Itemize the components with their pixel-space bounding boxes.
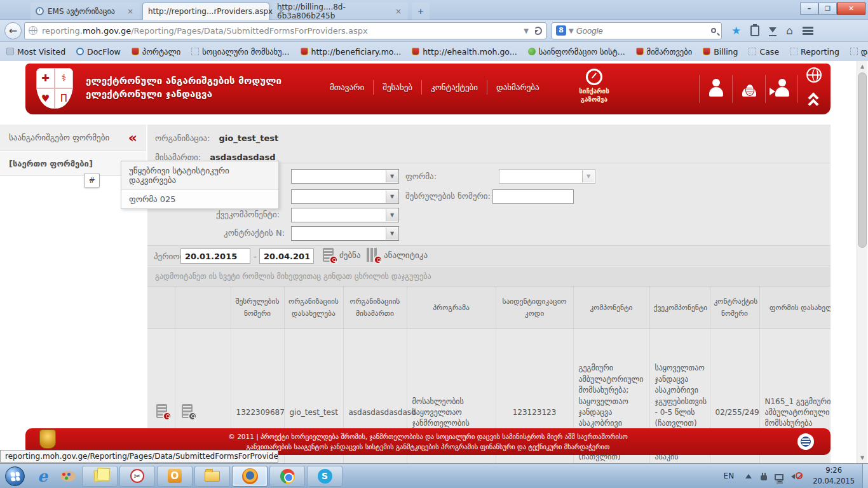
search-icon[interactable] [711,28,716,33]
taskbar-snipping-tool-button[interactable]: ✂ [119,466,155,487]
menu-item-form-025[interactable]: ფორმა 025 [121,190,278,208]
back-button[interactable]: ← [4,22,22,39]
taskbar-outlook-button[interactable]: O [157,466,193,487]
crest-icon [412,48,419,55]
taskbar-firefox-button[interactable] [232,466,268,487]
dotted-square-icon [749,48,756,55]
taskbar-sticky-notes-button[interactable] [82,466,118,487]
magnifier-badge-icon [163,412,172,421]
url-dropdown-icon[interactable]: ▼ [524,27,529,34]
component-select[interactable]: ▼ [291,189,399,204]
collapse-sidebar-icon[interactable]: « [128,132,137,144]
bookmarks-panel-icon[interactable] [750,25,759,36]
col-id-code[interactable]: საიდენტიფიკაციო კოდი [496,287,573,329]
speed-test-button[interactable]: სიჩქარის გაზომვა [569,69,620,104]
minimize-button[interactable] [800,3,818,15]
language-globe-icon[interactable] [806,67,822,83]
scroll-up-icon[interactable]: ▲ [857,61,867,72]
bookmark-portal[interactable]: პორტალი [132,47,180,57]
contract-select[interactable]: ▼ [291,226,399,241]
tab-billing[interactable]: http://billing....8d-6b3a806b245b × [272,3,408,20]
show-desktop-button[interactable] [862,464,868,488]
col-org-address[interactable]: ორგანიზაციის მისამართი [343,287,407,329]
subcomponent-select[interactable]: ▼ [291,208,399,222]
browser-titlebar: EMS ავტორიზაცია × http://reporting...rPr… [0,0,868,20]
form-select[interactable]: ▼ [499,169,595,184]
date-dash: - [254,252,257,261]
bookmark-case[interactable]: Case [749,47,779,57]
col-org-name[interactable]: ორგანიზაციის დასახელება [284,287,343,329]
analytics-button[interactable]: ანალიტიკა [367,248,428,262]
downloads-icon[interactable] [769,27,776,36]
bookmark-star-icon[interactable]: ★ [731,24,741,37]
url-bar[interactable]: reporting. moh.gov.ge /Reporting/Pages/D… [24,22,546,39]
taskbar-clock[interactable]: 9:26 20.04.2015 [805,465,862,487]
hamburger-menu-icon[interactable] [803,27,813,35]
language-indicator[interactable]: EN [717,471,741,480]
new-tab-button[interactable]: + [412,3,430,20]
bookmark-attendance[interactable]: დასწრების კონტრო... [850,47,868,57]
status-url-tooltip: reporting.moh.gov.ge/Reporting/Pages/Dat… [0,450,278,463]
taskbar-paint-button[interactable] [57,466,79,486]
page-scrollbar[interactable]: ▲ ▼ [857,61,867,463]
user-list-button[interactable] [732,75,765,103]
bookmark-referrals[interactable]: მიმართვები [636,47,693,57]
view-form-icon[interactable] [156,404,167,418]
taskbar-skype-button[interactable]: S [307,466,342,487]
edit-form-icon[interactable] [182,404,193,418]
tab-close-icon[interactable]: × [126,7,135,16]
date-to-input[interactable] [259,248,314,264]
bookmark-docflow[interactable]: DocFlow [76,47,121,57]
home-icon[interactable]: ⌂ [786,24,793,37]
tab-reporting[interactable]: http://reporting...rProviders.aspx × [142,3,269,20]
nav-home[interactable]: მთავარი [321,80,374,95]
taskbar-ie-button[interactable]: e [31,466,54,486]
col-contract-number[interactable]: კონტრაქტის ნომერი [710,287,759,329]
search-button[interactable]: ძებნა [323,248,361,262]
search-input[interactable] [576,26,711,36]
grouping-hint: გადმოიტანეთ ის სვეტი რომლის მიხედვითაც გ… [147,267,831,287]
tab-ems[interactable]: EMS ავტორიზაცია × [31,3,140,20]
nav-help[interactable]: დახმარება [487,80,548,95]
bookmark-billing[interactable]: Billing [703,47,738,57]
maximize-button[interactable] [818,3,837,15]
close-button[interactable] [837,3,865,15]
date-from-input[interactable] [180,248,250,264]
network-icon[interactable] [775,474,783,480]
collapse-header-icon[interactable] [808,93,820,108]
program-select[interactable]: ▼ [291,169,399,184]
col-form-name[interactable]: ფორმის დასახელება [759,287,831,329]
profile-button[interactable] [699,75,732,103]
bookmark-reporting[interactable]: Reporting [790,47,839,57]
tab-close-icon[interactable]: × [394,7,403,16]
reload-icon[interactable] [534,27,542,35]
start-button[interactable] [5,466,25,486]
execution-number-input[interactable] [492,189,574,204]
col-execution-number[interactable]: შესრულების ნომერი [231,287,284,329]
bookmark-most-visited[interactable]: Most Visited [6,47,65,57]
bookmark-ehealth[interactable]: http://ehealth.moh.go... [412,47,517,57]
scroll-down-icon[interactable]: ▼ [857,452,867,463]
bookmark-social[interactable]: სოციალური მომსახუ... [191,47,289,57]
hash-button[interactable]: # [84,173,100,188]
search-box[interactable]: 8 ▼ [552,22,722,39]
power-plug-icon[interactable] [761,475,767,480]
crest-icon [703,48,710,55]
bookmark-infosystem[interactable]: საინფორმაციო სისტ... [528,47,625,57]
taskbar-explorer-button[interactable] [194,466,230,487]
site-identity-icon[interactable] [29,26,37,35]
muted-speaker-icon[interactable] [791,471,801,482]
col-program[interactable]: პროგრამა [407,287,496,329]
col-component[interactable]: კომპონენტი [573,287,649,329]
scrollbar-thumb[interactable] [858,72,867,248]
nav-contacts[interactable]: კონტაქტები [422,80,487,95]
logout-button[interactable] [765,75,798,103]
bookmark-beneficiary[interactable]: http://beneficiary.mo... [301,47,402,57]
col-subcomponent[interactable]: ქვეკომპონენტი [649,287,710,329]
engine-dropdown-icon[interactable]: ▼ [569,27,574,34]
tray-expand-icon[interactable] [745,471,752,478]
taskbar-chrome-button[interactable] [269,466,305,487]
google-engine-icon[interactable]: 8 [556,25,566,36]
nav-about[interactable]: შესახებ [374,80,422,95]
menu-item-statistical-observation[interactable]: უწყებრივი სტატისტიკური დაკვირვება [121,161,278,190]
